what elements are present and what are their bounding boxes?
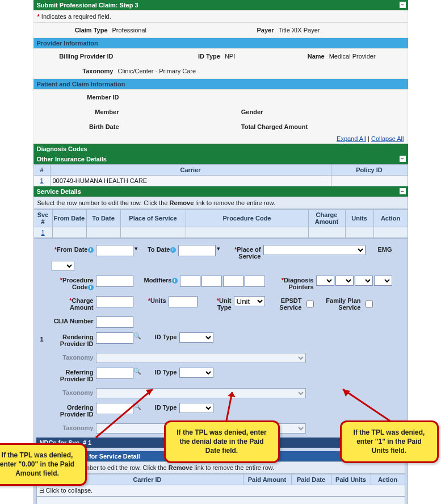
id-type-label: ID Type <box>184 52 222 61</box>
collapse-icon[interactable]: − <box>400 2 406 8</box>
mod3-input[interactable] <box>223 276 243 287</box>
col-carrier: Carrier <box>50 165 331 176</box>
emg-label: EMG <box>370 245 394 261</box>
patient-header: Patient and Claim Information <box>33 79 408 89</box>
arrow-paid-date <box>209 389 249 423</box>
units-label: Units <box>150 297 166 304</box>
rendering-input[interactable] <box>96 332 133 344</box>
place-select[interactable] <box>263 245 366 255</box>
epsdt-checkbox[interactable] <box>306 298 314 310</box>
info-icon[interactable]: i <box>88 285 94 290</box>
taxonomy-label2: Taxonomy <box>52 353 96 363</box>
to-date-label: To Date <box>148 246 170 253</box>
from-date-input[interactable] <box>96 245 133 256</box>
ois-table: # Carrier ID Paid Amount Paid Date Paid … <box>36 474 405 497</box>
step-header: Submit Professional Claim: Step 3 − <box>33 0 408 10</box>
service-table: Svc # From Date To Date Place of Service… <box>33 209 408 238</box>
unit-type-select[interactable]: Unit <box>234 296 265 306</box>
payer-label: Payer <box>221 26 276 35</box>
family-label: Family Plan Service <box>319 296 363 312</box>
billing-id-label: Billing Provider ID <box>37 52 116 61</box>
mod4-input[interactable] <box>245 276 265 287</box>
service-instruction: Select the row number to edit the row. C… <box>37 199 275 206</box>
claim-type-label: Claim Type <box>37 26 110 35</box>
charge-label: Charge Amount <box>70 297 94 311</box>
units-input[interactable] <box>169 296 198 307</box>
taxonomy-value: Clinic/Center - Primary Care <box>116 66 199 76</box>
info-icon[interactable]: i <box>172 278 178 284</box>
col-num: # <box>33 165 50 176</box>
id-type-value: NPI <box>222 52 237 61</box>
collapse-icon[interactable]: − <box>400 188 406 194</box>
info-icon[interactable]: i <box>88 247 94 253</box>
svg-line-4 <box>343 389 391 422</box>
diag3-select[interactable] <box>355 276 373 286</box>
svg-marker-3 <box>228 392 236 397</box>
provider-header: Provider Information <box>33 38 408 48</box>
taxonomy-label: Taxonomy <box>37 66 116 76</box>
birth-date-label: Birth Date <box>37 122 121 131</box>
collapse-all-link[interactable]: Collapse All <box>371 135 404 142</box>
rendering-taxonomy-select <box>96 353 306 363</box>
proc-input[interactable] <box>96 276 133 287</box>
emg-select[interactable] <box>52 261 74 271</box>
total-charged-label: Total Charged Amount <box>239 122 310 131</box>
callout-paid-date: If the TPL was denied, enter the denial … <box>164 420 280 463</box>
other-ins-header: Other Insurance Details − <box>33 154 408 164</box>
service-header: Service Details − <box>33 186 408 197</box>
info-icon[interactable]: i <box>170 247 176 253</box>
diag-ptr-label: Diagnosis Pointers <box>284 277 314 290</box>
mod1-input[interactable] <box>180 276 200 287</box>
calendar-icon[interactable]: ▾ <box>135 245 138 261</box>
collapse-icon[interactable]: − <box>400 156 406 162</box>
diag1-select[interactable] <box>316 276 334 286</box>
diag4-select[interactable] <box>374 276 392 286</box>
svc-row-link[interactable]: 1 <box>41 229 44 236</box>
from-date-label: From Date <box>57 246 87 253</box>
search-icon[interactable]: 🔍 <box>133 368 141 384</box>
clia-label: CLIA Number <box>52 316 96 328</box>
step-title: Submit Professional Claim: Step 3 <box>37 2 138 9</box>
mod2-input[interactable] <box>201 276 222 287</box>
ordering-label: Ordering Provider ID <box>52 403 96 419</box>
id-type-label3: ID Type <box>144 368 179 384</box>
other-ins-table: # Carrier Policy ID 1 000749-HUMANA HEAL… <box>33 164 408 186</box>
diagnosis-header: Diagnosis Codes <box>33 144 408 154</box>
expand-all-link[interactable]: Expand All <box>337 135 366 142</box>
taxonomy-label4: Taxonomy <box>52 423 96 434</box>
required-asterisk: * <box>37 13 40 20</box>
name-value: Medical Provider <box>327 52 378 61</box>
rendering-label: Rendering Provider ID <box>52 332 96 348</box>
search-icon[interactable]: 🔍 <box>133 332 141 348</box>
service-title: Service Details <box>37 188 81 195</box>
charge-input[interactable] <box>96 296 133 307</box>
member-label: Member <box>37 107 121 116</box>
callout-paid-units: If the TPL was denied, enter "1" in the … <box>340 420 439 463</box>
required-note: Indicates a required field. <box>41 13 111 20</box>
gender-label: Gender <box>239 107 266 116</box>
modifiers-label: Modifiers <box>144 277 172 284</box>
other-ins-carrier-value: 000749-HUMANA HEALTH CARE <box>50 176 331 186</box>
name-label: Name <box>294 52 327 61</box>
referring-label: Referring Provider ID <box>52 368 96 384</box>
rendering-idtype-select[interactable] <box>179 332 213 343</box>
referring-idtype-select[interactable] <box>179 368 213 378</box>
diag2-select[interactable] <box>335 276 354 286</box>
referring-input[interactable] <box>96 368 133 379</box>
taxonomy-label3: Taxonomy <box>52 388 96 398</box>
member-id-label: Member ID <box>37 93 121 102</box>
collapse-toggle-icon[interactable]: ⊟ <box>39 487 44 494</box>
place-label: Place of Service <box>237 246 261 260</box>
ordering-idtype-select[interactable] <box>179 403 213 413</box>
calendar-icon[interactable]: ▾ <box>217 245 220 261</box>
other-ins-title: Other Insurance Details <box>37 156 107 163</box>
service-line-num: 1 <box>36 242 48 436</box>
callout-paid-amount: If the TPL was denied, enter "0.00" in t… <box>0 443 87 486</box>
id-type-label2: ID Type <box>144 332 179 348</box>
unit-type-label: Unit Type <box>217 297 232 311</box>
arrow-paid-amount <box>90 386 158 443</box>
other-ins-row-link[interactable]: 1 <box>40 177 43 184</box>
to-date-input[interactable] <box>178 245 216 256</box>
family-checkbox[interactable] <box>366 298 373 310</box>
clia-input[interactable] <box>96 316 133 328</box>
